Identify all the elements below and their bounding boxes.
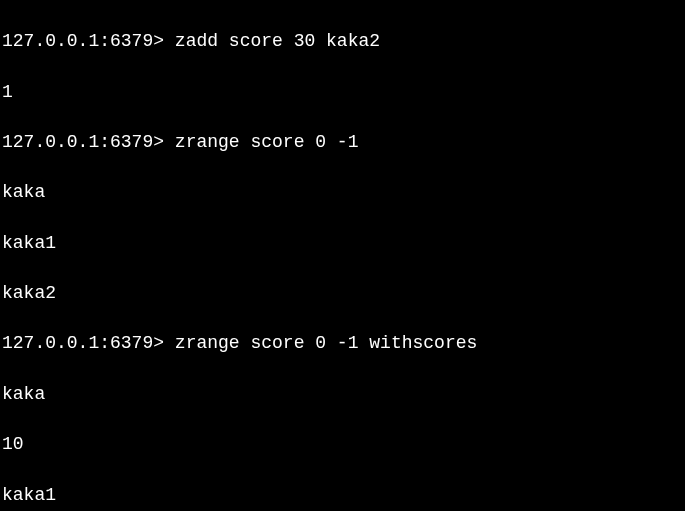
prompt: 127.0.0.1:6379> bbox=[2, 132, 164, 152]
output-line: kaka1 bbox=[2, 231, 683, 256]
output-line: 10 bbox=[2, 432, 683, 457]
command-line: 127.0.0.1:6379> zrange score 0 -1 withsc… bbox=[2, 331, 683, 356]
output-line: kaka1 bbox=[2, 483, 683, 508]
prompt: 127.0.0.1:6379> bbox=[2, 333, 164, 353]
command-line: 127.0.0.1:6379> zadd score 30 kaka2 bbox=[2, 29, 683, 54]
terminal-window[interactable]: 127.0.0.1:6379> zadd score 30 kaka2 1 12… bbox=[2, 4, 683, 511]
command-line: 127.0.0.1:6379> zrange score 0 -1 bbox=[2, 130, 683, 155]
command-text: zadd score 30 kaka2 bbox=[175, 31, 380, 51]
output-line: kaka2 bbox=[2, 281, 683, 306]
output-line: kaka bbox=[2, 382, 683, 407]
prompt: 127.0.0.1:6379> bbox=[2, 31, 164, 51]
command-text: zrange score 0 -1 withscores bbox=[175, 333, 477, 353]
output-line: kaka bbox=[2, 180, 683, 205]
command-text: zrange score 0 -1 bbox=[175, 132, 359, 152]
output-line: 1 bbox=[2, 80, 683, 105]
